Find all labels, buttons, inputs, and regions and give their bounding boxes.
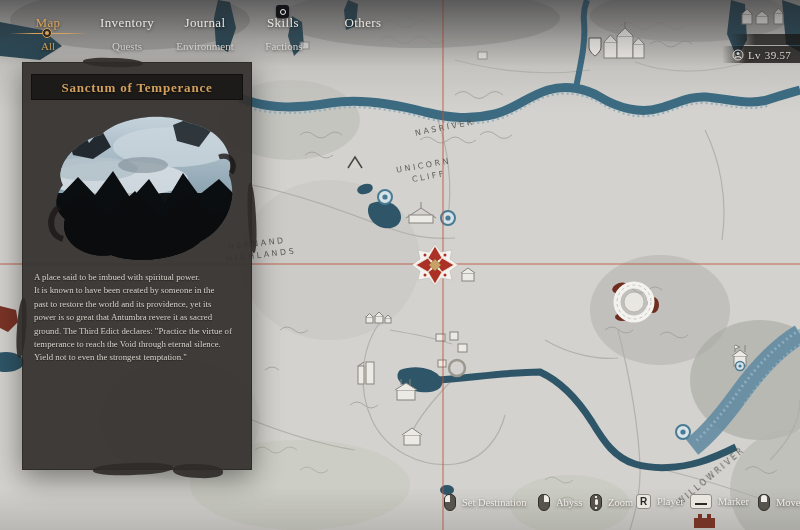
- level-label: Lv: [748, 49, 761, 61]
- mouse-drag-icon: [758, 494, 770, 511]
- control-set-destination[interactable]: Set Destination: [444, 494, 526, 511]
- control-label: Player: [657, 496, 684, 507]
- player-person-icon: [732, 49, 744, 61]
- control-player[interactable]: R Player: [636, 494, 684, 509]
- control-marker[interactable]: Marker: [690, 494, 749, 509]
- subtab-environment[interactable]: Environment: [176, 40, 233, 52]
- waypoint-icon: [676, 425, 690, 439]
- spacebar-key-icon: [690, 494, 712, 509]
- cliff-label-line2: C L I F F: [411, 170, 444, 184]
- waypoint-icon: [736, 362, 745, 371]
- mouse-right-click-icon: [538, 494, 550, 511]
- location-title: Sanctum of Temperance: [31, 74, 243, 100]
- control-move[interactable]: Move: [758, 494, 800, 511]
- top-nav-shade: [0, 0, 800, 66]
- level-badge: Lv 39.57: [722, 46, 800, 63]
- control-abyss[interactable]: Abyss: [538, 494, 582, 511]
- control-zoom[interactable]: Zoom: [590, 494, 633, 511]
- control-label: Abyss: [556, 497, 582, 508]
- mountain-icon: [348, 157, 362, 168]
- key-r-icon: R: [636, 494, 651, 509]
- location-description: A place said to be imbued with spiritual…: [34, 271, 248, 365]
- town-circle-sketch: [436, 332, 467, 376]
- location-info-panel: Sanctum of Temperance A place said to be…: [22, 62, 252, 470]
- tab-journal[interactable]: Journal: [184, 15, 225, 31]
- active-tab-ornament-diamond: [42, 28, 52, 38]
- waypoint-icon: [378, 190, 392, 204]
- mouse-left-click-icon: [444, 494, 456, 511]
- hud-top-strip: [731, 34, 800, 45]
- house-sketch-south: [402, 428, 422, 445]
- subtab-all[interactable]: All: [41, 40, 55, 52]
- controller-badge-icon: [276, 5, 289, 18]
- house-sketch-center: [461, 268, 475, 281]
- selected-location-emblem-icon[interactable]: [412, 244, 458, 286]
- river-label-nas: N A S R I V E R: [414, 118, 473, 138]
- ruins-sketch: [358, 362, 374, 384]
- control-label: Zoom: [608, 497, 633, 508]
- control-label: Move: [776, 497, 800, 508]
- subtab-factions[interactable]: Factions: [265, 40, 302, 52]
- level-value: 39.57: [765, 49, 791, 61]
- bottom-control-bar: Set Destination Abyss Zoom R Player Mark…: [0, 488, 800, 530]
- control-label: Set Destination: [462, 497, 526, 508]
- location-image: [23, 107, 253, 267]
- tab-others[interactable]: Others: [344, 15, 381, 31]
- tab-inventory[interactable]: Inventory: [100, 15, 154, 31]
- mouse-wheel-icon: [590, 494, 602, 511]
- subtab-quests[interactable]: Quests: [112, 40, 142, 52]
- control-label: Marker: [718, 496, 749, 507]
- manor-sketch-mid: [406, 202, 436, 223]
